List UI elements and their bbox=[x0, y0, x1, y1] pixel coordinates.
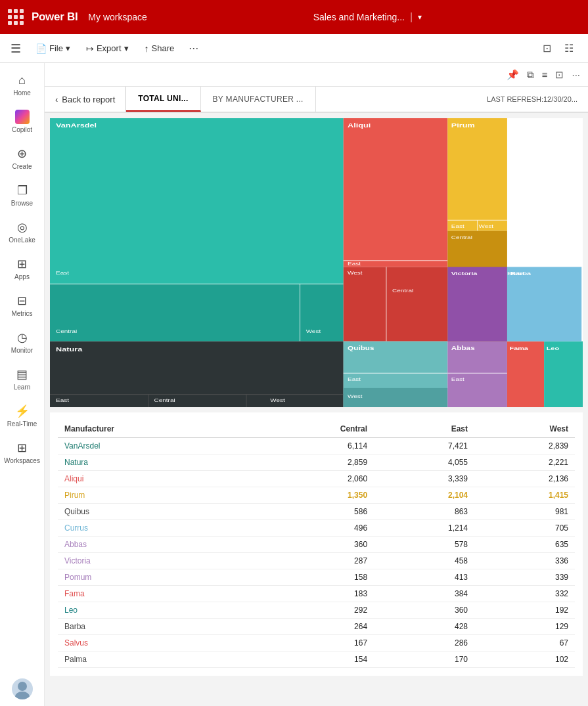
sidebar-item-browse[interactable]: ❐ Browse bbox=[0, 178, 44, 212]
svg-text:West: West bbox=[348, 393, 363, 399]
svg-rect-18 bbox=[344, 118, 448, 267]
cell-central: 158 bbox=[251, 569, 374, 586]
svg-text:West: West bbox=[478, 223, 493, 229]
col-header-east: East bbox=[374, 420, 474, 438]
cell-manufacturer: Currus bbox=[58, 520, 251, 537]
svg-text:East: East bbox=[56, 398, 70, 403]
treemap-visual[interactable]: VanArsdel East Central West Natura East … bbox=[50, 118, 583, 407]
table-row: Leo292360192 bbox=[58, 602, 575, 619]
apps-icon: ⊞ bbox=[17, 257, 27, 271]
sidebar: ⌂ Home Copilot ⊕ Create ❐ Browse ◎ OneLa… bbox=[0, 63, 45, 706]
toolbar: ☰ 📄 File ▾ ↦ Export ▾ ↑ Share ··· ⊡ ☷ bbox=[0, 34, 588, 63]
file-button[interactable]: 📄 File ▾ bbox=[29, 41, 77, 56]
cell-west: 67 bbox=[474, 635, 575, 651]
tab-by-manufacturer[interactable]: BY MANUFACTURER ... bbox=[201, 87, 316, 112]
sidebar-item-monitor[interactable]: ◷ Monitor bbox=[0, 325, 44, 359]
cell-central: 586 bbox=[251, 504, 374, 520]
home-icon: ⌂ bbox=[18, 74, 26, 87]
cell-central: 183 bbox=[251, 586, 374, 602]
svg-rect-2 bbox=[50, 118, 344, 284]
user-avatar[interactable] bbox=[12, 678, 33, 699]
share-button[interactable]: ↑ Share bbox=[138, 41, 181, 56]
cell-east: 384 bbox=[374, 586, 474, 602]
main-content: 📌 ⧉ ≡ ⊡ ··· ‹ Back to report TOTAL UNI..… bbox=[45, 63, 588, 706]
sidebar-item-copilot[interactable]: Copilot bbox=[0, 104, 44, 139]
cell-manufacturer: Palma bbox=[58, 651, 251, 668]
filter-icon[interactable]: ≡ bbox=[542, 69, 548, 80]
sidebar-item-workspaces[interactable]: ⊞ Workspaces bbox=[0, 435, 44, 470]
svg-text:East: East bbox=[451, 223, 465, 229]
cell-west: 129 bbox=[474, 619, 575, 635]
tab-total-units[interactable]: TOTAL UNI... bbox=[126, 87, 200, 112]
copilot-icon bbox=[15, 110, 30, 124]
export-icon: ↦ bbox=[86, 43, 94, 54]
svg-text:Central: Central bbox=[56, 328, 77, 334]
cell-manufacturer: Leo bbox=[58, 602, 251, 619]
table-row: Barba264428129 bbox=[58, 619, 575, 635]
back-to-report-button[interactable]: ‹ Back to report bbox=[45, 87, 126, 112]
cell-west: 2,136 bbox=[474, 471, 575, 487]
cell-central: 2,859 bbox=[251, 454, 374, 471]
focus-icon[interactable]: ⊡ bbox=[555, 69, 564, 81]
cell-west: 2,839 bbox=[474, 438, 575, 454]
svg-rect-26 bbox=[447, 118, 507, 231]
hamburger-icon[interactable]: ☰ bbox=[11, 41, 21, 56]
cell-east: 428 bbox=[374, 619, 474, 635]
more-options-icon[interactable]: ··· bbox=[183, 39, 204, 58]
svg-text:Victoria: Victoria bbox=[451, 271, 478, 276]
svg-point-0 bbox=[18, 682, 27, 691]
sidebar-item-realtime[interactable]: ⚡ Real-Time bbox=[0, 399, 44, 433]
cell-east: 578 bbox=[374, 537, 474, 553]
sidebar-item-apps[interactable]: ⊞ Apps bbox=[0, 252, 44, 286]
create-icon: ⊕ bbox=[17, 146, 27, 161]
svg-text:Natura: Natura bbox=[56, 345, 83, 352]
sidebar-item-home[interactable]: ⌂ Home bbox=[0, 68, 44, 102]
cell-central: 264 bbox=[251, 619, 374, 635]
col-header-manufacturer: Manufacturer bbox=[58, 420, 251, 438]
svg-text:Central: Central bbox=[154, 398, 175, 403]
workspace-label[interactable]: My workspace bbox=[88, 12, 147, 22]
title-chevron-icon[interactable]: ▾ bbox=[418, 12, 422, 22]
svg-text:East: East bbox=[56, 271, 70, 276]
table-row: VanArsdel6,1147,4212,839 bbox=[58, 438, 575, 454]
app-logo: Power BI bbox=[32, 11, 78, 24]
svg-text:Pirum: Pirum bbox=[451, 122, 475, 129]
sidebar-item-metrics[interactable]: ⊟ Metrics bbox=[0, 288, 44, 322]
realtime-icon: ⚡ bbox=[15, 404, 30, 418]
more-icon[interactable]: ··· bbox=[572, 69, 580, 80]
cell-central: 287 bbox=[251, 553, 374, 569]
cell-east: 458 bbox=[374, 553, 474, 569]
topbar: Power BI My workspace Sales and Marketin… bbox=[0, 0, 588, 34]
cell-manufacturer: Natura bbox=[58, 454, 251, 471]
cell-east: 170 bbox=[374, 651, 474, 668]
svg-text:Central: Central bbox=[392, 288, 413, 294]
export-button[interactable]: ↦ Export ▾ bbox=[79, 41, 135, 56]
duplicate-icon[interactable]: ⧉ bbox=[527, 69, 534, 81]
file-chevron-icon: ▾ bbox=[66, 43, 70, 53]
toolbar-right-icon2[interactable]: ☷ bbox=[560, 39, 577, 57]
cell-west: 339 bbox=[474, 569, 575, 586]
cell-west: 332 bbox=[474, 586, 575, 602]
sidebar-item-create[interactable]: ⊕ Create bbox=[0, 141, 44, 175]
cell-central: 360 bbox=[251, 537, 374, 553]
cell-manufacturer: Victoria bbox=[58, 553, 251, 569]
app-grid-icon[interactable] bbox=[8, 9, 24, 25]
table-row: Salvus16728667 bbox=[58, 635, 575, 651]
svg-text:Abbas: Abbas bbox=[451, 345, 475, 351]
cell-central: 154 bbox=[251, 651, 374, 668]
cell-west: 635 bbox=[474, 537, 575, 553]
svg-text:Barba: Barba bbox=[507, 271, 525, 276]
svg-text:West: West bbox=[348, 271, 363, 276]
svg-rect-22 bbox=[344, 267, 448, 341]
svg-rect-50 bbox=[507, 267, 581, 341]
pin-icon[interactable]: 📌 bbox=[507, 69, 519, 81]
svg-text:East: East bbox=[348, 376, 361, 382]
cell-west: 981 bbox=[474, 504, 575, 520]
cell-west: 102 bbox=[474, 651, 575, 668]
cell-central: 167 bbox=[251, 635, 374, 651]
file-icon: 📄 bbox=[35, 43, 47, 54]
cell-east: 2,104 bbox=[374, 487, 474, 504]
sidebar-item-onelake[interactable]: ◎ OneLake bbox=[0, 215, 44, 249]
toolbar-right-icon[interactable]: ⊡ bbox=[539, 39, 555, 57]
sidebar-item-learn[interactable]: ▤ Learn bbox=[0, 362, 44, 396]
